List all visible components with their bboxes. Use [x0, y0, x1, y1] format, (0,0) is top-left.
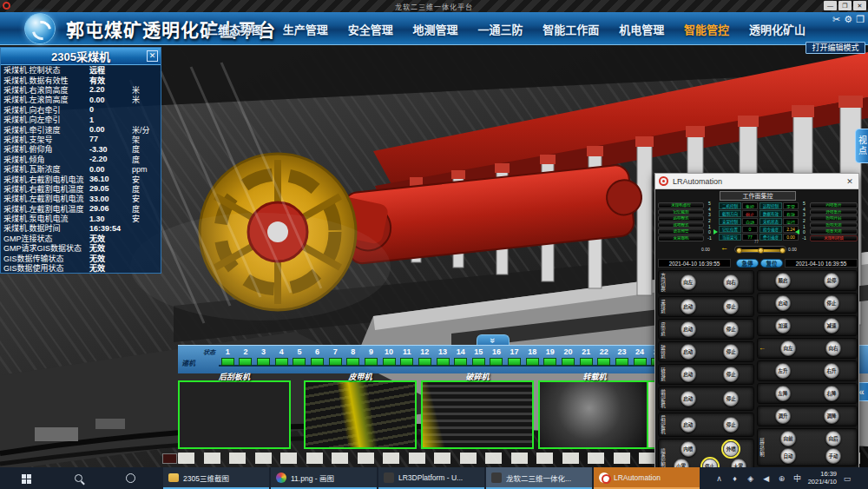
control-button[interactable]: 停止	[723, 367, 739, 382]
nav-menu-item[interactable]: 透明化矿山	[749, 21, 806, 37]
mode-button[interactable]: 远程模式	[658, 215, 704, 221]
taskbar-app-button[interactable]: 龙软二三维一体化...	[486, 467, 592, 489]
cortana-button[interactable]	[104, 467, 156, 489]
slider-knob[interactable]	[736, 248, 742, 254]
control-button[interactable]: 启动	[681, 391, 696, 406]
camera-feed[interactable]	[304, 380, 417, 449]
nav-tool-icon[interactable]: ✂	[832, 14, 840, 25]
control-button[interactable]: 向右	[825, 340, 841, 356]
control-button[interactable]: 启动	[681, 417, 696, 433]
lr-titlebar[interactable]: LRAutomation ✕	[655, 174, 858, 189]
chevron-up-icon[interactable]: ∧	[714, 474, 725, 483]
usb-device-icon[interactable]: ♦	[730, 474, 740, 483]
control-button[interactable]: 右降	[824, 386, 839, 401]
slider-knob[interactable]	[758, 248, 764, 254]
control-button[interactable]: 停止	[824, 295, 839, 311]
control-button[interactable]: 启动	[681, 321, 696, 337]
network-icon[interactable]: ⊕	[777, 474, 787, 483]
workface-control-tab[interactable]: 工作面集控	[720, 191, 796, 201]
control-button[interactable]: 停止	[723, 344, 739, 360]
taskbar-app-button[interactable]: 2305三维截图	[163, 467, 269, 489]
minimize-button[interactable]: —	[824, 1, 837, 10]
start-button[interactable]	[0, 467, 52, 489]
ime-language-icon[interactable]: 中	[792, 472, 803, 484]
mode-button[interactable]: 记忆截割	[658, 209, 704, 215]
control-button[interactable]: 手动	[825, 448, 841, 464]
mode-button[interactable]: 支架跟机	[658, 235, 704, 241]
control-button[interactable]: 停止	[723, 321, 739, 337]
mode-button[interactable]: 采煤机闭锁	[810, 235, 858, 241]
control-button[interactable]: 顺启	[775, 273, 791, 288]
support-status-cell: 23	[613, 347, 631, 373]
control-button[interactable]: 总停	[824, 273, 839, 288]
camera-feed[interactable]	[538, 380, 651, 449]
mode-button[interactable]: 喷雾关闭	[810, 228, 858, 235]
control-button[interactable]: 左降	[775, 386, 791, 401]
control-button[interactable]: 停止	[723, 417, 739, 433]
security-shield-icon[interactable]: ◈	[746, 474, 756, 483]
control-button[interactable]: 内喷	[681, 441, 696, 457]
camera-feed[interactable]	[421, 380, 534, 449]
control-button[interactable]: 向右	[723, 274, 739, 290]
notification-center-icon[interactable]: ▭	[842, 474, 852, 483]
mode-button[interactable]: 照明关闭	[810, 222, 858, 228]
support-number: 11	[403, 347, 411, 357]
control-button[interactable]: 调升	[775, 408, 791, 424]
nav-menu-item[interactable]: 机电管理	[619, 21, 664, 37]
maximize-button[interactable]: ❐	[838, 1, 852, 10]
control-button[interactable]: 启动	[681, 344, 696, 360]
panel-header[interactable]: 2305采煤机 ✕	[1, 48, 161, 65]
mode-button[interactable]: 内喷雾开	[810, 202, 858, 208]
nav-menu-item[interactable]: 地测管理	[413, 21, 458, 37]
viewpoint-tab[interactable]: 视点	[855, 129, 868, 163]
control-button[interactable]: 停止	[723, 299, 739, 314]
mode-button[interactable]: 语音预警	[658, 228, 704, 235]
application-window: 龙软二三维一体化平台 — ❐ ✕ 郭屯煤矿透明化矿山平台 三维态势图 生产管理 …	[0, 0, 868, 489]
control-button[interactable]: 启动	[681, 367, 696, 382]
control-button[interactable]: 停止	[723, 391, 739, 406]
edit-mode-button[interactable]: 打开编辑模式	[806, 42, 865, 54]
support-status-cell: 22	[595, 347, 613, 373]
control-button[interactable]: 右升	[824, 363, 839, 379]
window-titlebar[interactable]: 龙软二三维一体化平台 — ❐ ✕	[0, 0, 868, 12]
slider-knob[interactable]	[779, 248, 786, 254]
taskbar-app-button[interactable]: 11.png - 画图	[271, 467, 377, 489]
control-button[interactable]: 向后	[825, 431, 841, 446]
nav-tool-icon[interactable]: ❐	[856, 14, 865, 25]
reset-button[interactable]: 复位	[760, 259, 783, 268]
mode-button[interactable]: 就地模式	[658, 222, 704, 228]
nav-tool-icon[interactable]: ⚙	[844, 14, 852, 25]
nav-menu-item[interactable]: 生产管理	[283, 21, 328, 37]
close-button[interactable]: ✕	[853, 1, 866, 10]
mode-button[interactable]: 采煤机遥控	[658, 202, 704, 208]
search-button[interactable]	[52, 467, 104, 489]
panel-close-icon[interactable]: ✕	[147, 50, 158, 62]
control-button[interactable]: 加速	[775, 318, 791, 334]
nav-menu-item[interactable]: 智能工作面	[542, 21, 599, 37]
camera-feed[interactable]	[178, 380, 291, 449]
taskbar-clock[interactable]: 16:39 2021/4/10	[808, 471, 837, 486]
speaker-icon[interactable]: ◀	[761, 474, 772, 483]
mode-button[interactable]: 外喷雾开	[810, 209, 858, 215]
control-button[interactable]: 自动	[780, 448, 796, 464]
control-button[interactable]: 向左	[681, 274, 696, 290]
lr-close-icon[interactable]: ✕	[845, 177, 855, 186]
button-row: 顺启 总停	[759, 273, 856, 288]
control-button[interactable]: 向前	[780, 431, 796, 446]
mode-button[interactable]: 照明开启	[810, 215, 858, 221]
estop-button[interactable]: 急停	[736, 259, 759, 268]
taskbar-app-button[interactable]: LRAutomation	[594, 467, 700, 489]
nav-menu-item[interactable]: 安全管理	[348, 21, 393, 37]
control-button[interactable]: 向左	[780, 340, 796, 356]
control-button[interactable]: 启动	[775, 295, 791, 311]
control-button[interactable]: 左升	[775, 363, 791, 379]
taskbar-app-button[interactable]: LR3DPlatform - U...	[378, 467, 484, 489]
control-button[interactable]: 减速	[824, 318, 839, 334]
nav-menu-item[interactable]: 智能管控	[684, 21, 729, 37]
shearer-position-slider[interactable]	[734, 246, 786, 253]
control-button[interactable]: 调降	[824, 408, 839, 424]
control-button[interactable]: 外喷	[723, 441, 739, 457]
control-button[interactable]: 启动	[681, 299, 696, 314]
nav-menu-item[interactable]: 一通三防	[477, 21, 523, 37]
nav-menu-item[interactable]: 三维态势图	[207, 21, 263, 37]
